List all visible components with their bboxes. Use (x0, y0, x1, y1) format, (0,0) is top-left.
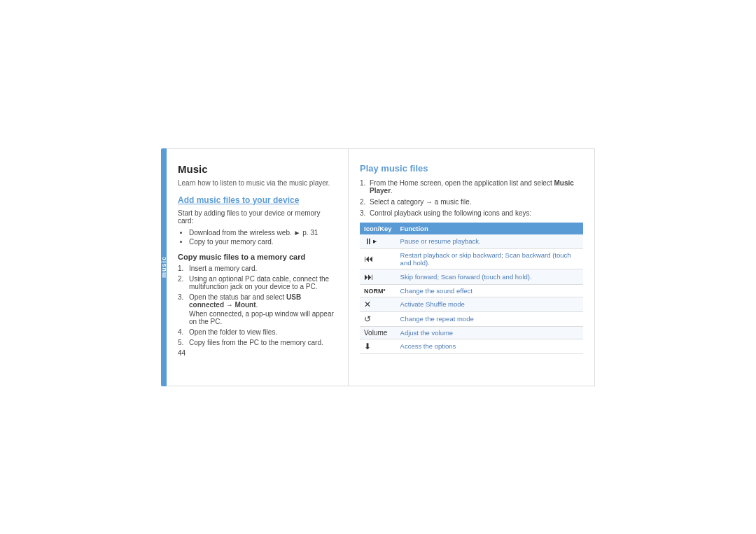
play-music-heading: Play music files (360, 163, 583, 174)
copy-music-heading: Copy music files to a memory card (178, 253, 337, 261)
add-music-heading: Add music files to your device (178, 195, 337, 205)
list-item: 4.Open the folder to view files. (178, 328, 337, 336)
icon-cell: NORM² (360, 284, 396, 297)
icon-cell: ⏮ (360, 248, 396, 269)
table-row: Volume Adjust the volume (360, 326, 583, 339)
page-number: 44 (178, 349, 337, 357)
copy-steps-list: 1.Insert a memory card. 2.Using an optio… (178, 265, 337, 346)
function-cell: Skip forward; Scan forward (touch and ho… (396, 269, 583, 284)
page-subtitle: Learn how to listen to music via the mus… (178, 179, 337, 187)
list-item: Download from the wireless web. ► p. 31 (189, 229, 337, 237)
page-container: music Music Learn how to listen to music… (161, 148, 595, 386)
content-area: Music Learn how to listen to music via t… (167, 148, 595, 386)
add-music-intro: Start by adding files to your device or … (178, 209, 337, 225)
list-item: 1. From the Home screen, open the applic… (360, 179, 583, 195)
table-row: ⏭ Skip forward; Scan forward (touch and … (360, 269, 583, 284)
icon-cell: ⏸▶ (360, 234, 396, 249)
add-music-bullets: Download from the wireless web. ► p. 31 … (178, 229, 337, 246)
function-cell: Pause or resume playback. (396, 234, 583, 249)
left-column: Music Learn how to listen to music via t… (167, 149, 349, 386)
icon-cell: ↺ (360, 311, 396, 326)
function-cell: Change the sound effect (396, 284, 583, 297)
function-cell: Activate Shuffle mode (396, 297, 583, 311)
right-column: Play music files 1. From the Home screen… (349, 149, 594, 386)
table-row: ⏮ Restart playback or skip backward; Sca… (360, 248, 583, 269)
icon-cell: ⬇ (360, 339, 396, 353)
list-item: 2.Using an optional PC data cable, conne… (178, 275, 337, 290)
table-row: ⬇ Access the options (360, 339, 583, 353)
col-header-function: Function (396, 223, 583, 234)
list-item: 5.Copy files from the PC to the memory c… (178, 339, 337, 346)
list-item: 1.Insert a memory card. (178, 265, 337, 272)
table-row: ⏸▶ Pause or resume playback. (360, 234, 583, 249)
col-header-icon: Icon/Key (360, 223, 396, 234)
table-row: ✕ Activate Shuffle mode (360, 297, 583, 311)
icon-cell: ⏭ (360, 269, 396, 284)
function-cell: Access the options (396, 339, 583, 353)
icon-table: Icon/Key Function ⏸▶ Pause or resume pla… (360, 223, 583, 354)
list-item: 3. Control playback using the following … (360, 209, 583, 217)
list-item: 2. Select a category → a music file. (360, 198, 583, 206)
table-header-row: Icon/Key Function (360, 223, 583, 234)
icon-cell: Volume (360, 326, 396, 339)
function-cell: Restart playback or skip backward; Scan … (396, 248, 583, 269)
table-row: NORM² Change the sound effect (360, 284, 583, 297)
chapter-tab-label: music (160, 256, 167, 278)
chapter-tab: music (161, 148, 167, 386)
icon-cell: ✕ (360, 297, 396, 311)
list-item: Copy to your memory card. (189, 238, 337, 246)
function-cell: Adjust the volume (396, 326, 583, 339)
table-row: ↺ Change the repeat mode (360, 311, 583, 326)
page-title: Music (178, 163, 337, 175)
play-steps-list: 1. From the Home screen, open the applic… (360, 179, 583, 217)
function-cell: Change the repeat mode (396, 311, 583, 326)
list-item: 3.Open the status bar and select USB con… (178, 293, 337, 325)
